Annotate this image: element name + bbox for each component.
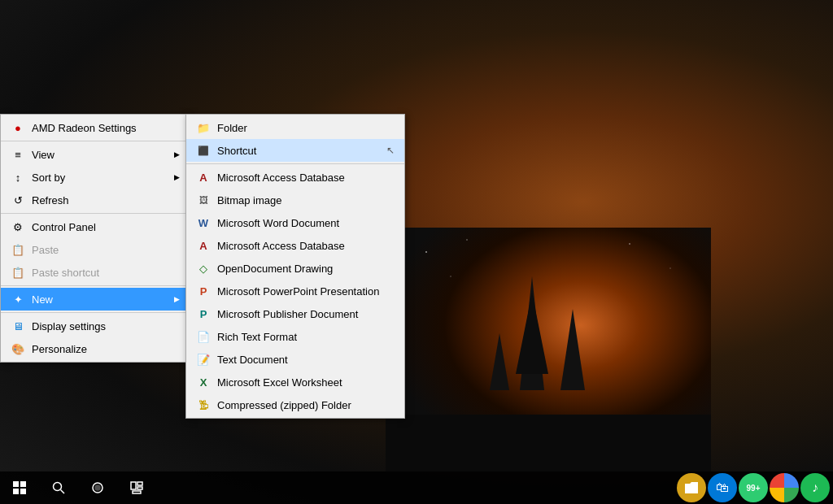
taskbar: 🛍 99+ ♪	[0, 471, 833, 504]
menu-separator-2	[1, 213, 186, 214]
submenu-item-excel[interactable]: X Microsoft Excel Worksheet	[186, 371, 404, 393]
svg-point-18	[95, 485, 100, 490]
svg-rect-22	[133, 491, 141, 493]
menu-item-new[interactable]: ✦ New	[1, 288, 186, 311]
submenu-item-bitmap[interactable]: 🖼 Bitmap image	[186, 189, 404, 211]
ppt-icon: P	[196, 284, 211, 298]
submenu-item-opendoc-label: OpenDocument Drawing	[217, 263, 333, 275]
submenu-item-word-label: Microsoft Word Document	[217, 217, 339, 229]
menu-item-sort-by[interactable]: ↕ Sort by	[1, 166, 186, 189]
menu-item-refresh[interactable]: ↺ Refresh	[1, 189, 186, 211]
menu-item-paste-shortcut[interactable]: 📋 Paste shortcut	[1, 261, 186, 284]
submenu-item-bitmap-label: Bitmap image	[217, 194, 281, 206]
menu-item-paste-shortcut-label: Paste shortcut	[32, 267, 99, 279]
submenu-item-folder[interactable]: 📁 Folder	[186, 116, 404, 139]
bitmap-icon: 🖼	[196, 193, 211, 207]
menu-item-paste-label: Paste	[32, 244, 59, 256]
zip-icon: 🗜	[196, 398, 211, 412]
svg-point-8	[629, 243, 630, 245]
sort-icon: ↕	[11, 170, 25, 185]
svg-rect-19	[131, 482, 136, 489]
view-icon: ≡	[11, 147, 25, 162]
display-icon: 🖥	[11, 319, 25, 333]
tray-icon-chrome[interactable]	[770, 473, 799, 502]
search-button[interactable]	[42, 471, 75, 504]
tray-icon-folder[interactable]	[677, 473, 706, 502]
taskbar-right: 🛍 99+ ♪	[677, 473, 833, 502]
cursor-indicator: ↖	[386, 145, 395, 156]
submenu-item-shortcut[interactable]: ⬛ Shortcut ↖	[186, 139, 404, 162]
cortana-button[interactable]	[81, 471, 114, 504]
opendoc-icon: ◇	[196, 261, 211, 276]
access-icon-2: A	[196, 238, 211, 253]
menu-item-new-label: New	[32, 293, 53, 306]
svg-point-10	[450, 276, 451, 276]
menu-item-amd-radeon-label: AMD Radeon Settings	[32, 122, 137, 134]
svg-rect-13	[13, 489, 19, 494]
personalize-icon: 🎨	[11, 341, 25, 356]
access-icon: A	[196, 170, 211, 185]
menu-item-amd-radeon[interactable]: ● AMD Radeon Settings	[1, 116, 186, 139]
tray-icon-store[interactable]: 🛍	[708, 473, 737, 502]
menu-separator-3	[1, 285, 186, 286]
menu-item-display-settings[interactable]: 🖥 Display settings	[1, 315, 186, 337]
controlpanel-icon: ⚙	[11, 219, 25, 234]
submenu-separator-1	[186, 163, 404, 164]
svg-line-16	[61, 490, 65, 494]
menu-item-personalize[interactable]: 🎨 Personalize	[1, 337, 186, 360]
menu-item-refresh-label: Refresh	[32, 194, 69, 206]
menu-item-control-panel[interactable]: ⚙ Control Panel	[1, 215, 186, 238]
submenu-item-text-doc-label: Text Document	[217, 354, 288, 366]
submenu-item-ppt-label: Microsoft PowerPoint Presentation	[217, 285, 379, 298]
submenu-item-folder-label: Folder	[217, 122, 247, 134]
menu-item-display-settings-label: Display settings	[32, 320, 106, 332]
submenu-item-opendoc[interactable]: ◇ OpenDocument Drawing	[186, 257, 404, 280]
svg-rect-11	[13, 481, 19, 487]
excel-icon: X	[196, 375, 211, 389]
submenu-item-shortcut-label: Shortcut	[217, 145, 256, 157]
submenu-item-compressed-label: Compressed (zipped) Folder	[217, 399, 351, 411]
system-tray: 🛍 99+ ♪	[677, 473, 830, 502]
svg-point-7	[466, 239, 468, 241]
submenu-item-rtf[interactable]: 📄 Rich Text Format	[186, 325, 404, 348]
submenu-item-ms-access[interactable]: A Microsoft Access Database	[186, 166, 404, 189]
submenu-item-ms-access2[interactable]: A Microsoft Access Database	[186, 234, 404, 257]
rtf-icon: 📄	[196, 329, 211, 344]
submenu-item-word[interactable]: W Microsoft Word Document	[186, 211, 404, 234]
txt-icon: 📝	[196, 352, 211, 367]
taskbar-left	[0, 471, 153, 504]
submenu-item-publisher[interactable]: P Microsoft Publisher Document	[186, 302, 404, 325]
menu-item-view[interactable]: ≡ View	[1, 143, 186, 166]
menu-item-paste[interactable]: 📋 Paste	[1, 238, 186, 261]
context-menu: ● AMD Radeon Settings ≡ View ↕ Sort by ↺…	[0, 114, 187, 363]
submenu-item-compressed[interactable]: 🗜 Compressed (zipped) Folder	[186, 393, 404, 416]
svg-rect-14	[20, 489, 26, 494]
menu-separator-4	[1, 312, 186, 313]
submenu-item-rtf-label: Rich Text Format	[217, 331, 297, 343]
word-icon: W	[196, 215, 211, 230]
menu-item-sort-by-label: Sort by	[32, 172, 65, 184]
submenu-item-ppt[interactable]: P Microsoft PowerPoint Presentation	[186, 280, 404, 302]
pasteshortcut-icon: 📋	[11, 265, 25, 280]
task-view-button[interactable]	[120, 471, 153, 504]
submenu-item-excel-label: Microsoft Excel Worksheet	[217, 376, 342, 389]
submenu-new: 📁 Folder ⬛ Shortcut ↖ A Microsoft Access…	[185, 114, 405, 419]
svg-point-15	[54, 483, 62, 491]
pub-icon: P	[196, 306, 211, 321]
desktop-landscape	[386, 228, 711, 471]
svg-rect-1	[386, 415, 711, 471]
svg-point-9	[669, 267, 671, 269]
menu-item-personalize-label: Personalize	[32, 343, 87, 355]
tray-icon-counter[interactable]: 99+	[739, 473, 768, 502]
refresh-icon: ↺	[11, 193, 25, 207]
svg-rect-12	[20, 481, 26, 487]
tray-icon-spotify[interactable]: ♪	[800, 473, 830, 502]
paste-icon: 📋	[11, 242, 25, 257]
shortcut-icon: ⬛	[196, 143, 211, 158]
submenu-item-text-doc[interactable]: 📝 Text Document	[186, 348, 404, 371]
submenu-item-publisher-label: Microsoft Publisher Document	[217, 308, 358, 320]
amd-icon: ●	[11, 120, 25, 135]
submenu-item-ms-access2-label: Microsoft Access Database	[217, 240, 345, 252]
start-button[interactable]	[3, 471, 36, 504]
new-icon: ✦	[11, 292, 25, 306]
